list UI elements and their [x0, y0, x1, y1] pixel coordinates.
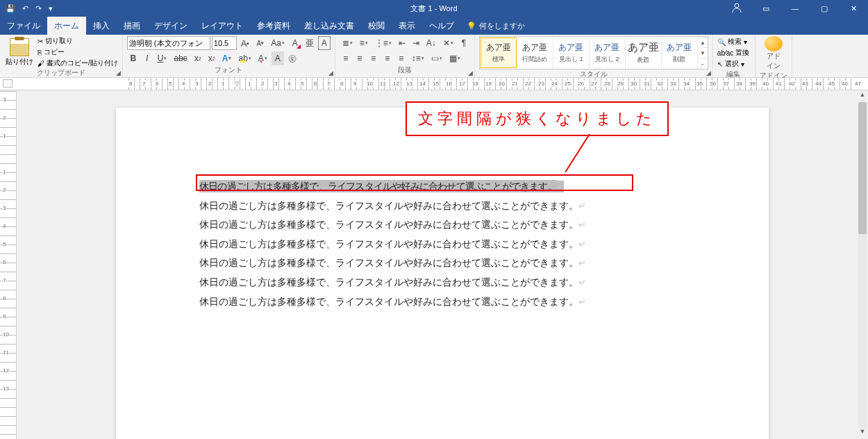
bullets-button[interactable]: ≣▾ [340, 36, 356, 50]
group-font-label: フォント [127, 65, 331, 76]
line-spacing-button[interactable]: ↕≡▾ [409, 51, 427, 65]
scroll-down-icon[interactable]: ▼ [857, 428, 868, 439]
group-clipboard-label: クリップボード [4, 68, 118, 78]
ruler-tick: 5 [300, 81, 304, 87]
ruler-tick: ▽ [234, 81, 240, 87]
change-case-button[interactable]: Aa▾ [268, 36, 287, 50]
format-painter-button[interactable]: 🖌書式のコピー/貼り付け [37, 58, 118, 68]
text-effects-button[interactable]: A▾ [219, 51, 235, 65]
scroll-up-icon[interactable]: ▲ [857, 91, 868, 102]
addin-button[interactable]: アド イン [765, 36, 783, 71]
select-button[interactable]: ↖選択▾ [717, 58, 749, 69]
tab-design[interactable]: デザイン [147, 17, 194, 35]
vertical-ruler[interactable]: 32112345678910111213 [0, 91, 17, 439]
paragraph-6[interactable]: 休日の過ごし方は多種多様で、ライフスタイルや好みに合わせて選ぶことができます。↵ [199, 292, 685, 312]
borders-button[interactable]: ▦▾ [446, 51, 463, 65]
tab-mailings[interactable]: 差し込み文書 [297, 17, 361, 35]
minimize-icon[interactable]: — [781, 1, 810, 15]
page[interactable]: 休日の過ごし方は多種多様で、ライフスタイルや好みに合わせて選ぶことができます。↵… [116, 108, 769, 439]
align-center-button[interactable]: ≡ [353, 51, 366, 65]
tab-home[interactable]: ホーム [47, 17, 86, 35]
tab-draw[interactable]: 描画 [117, 17, 147, 35]
paragraph-text: 休日の過ごし方は多種多様で、ライフスタイルや好みに合わせて選ぶことができます。 [199, 276, 578, 288]
paragraph-1[interactable]: 休日の過ごし方は多種多様で、ライフスタイルや好みに合わせて選ぶことができます。↵ [199, 197, 685, 216]
font-color-button[interactable]: A▾ [256, 51, 270, 65]
numbering-button[interactable]: ≡▾ [357, 36, 371, 50]
superscript-button[interactable]: x2 [206, 51, 218, 65]
font-size-select[interactable] [212, 36, 237, 50]
ribbon-display-icon[interactable]: ▭ [751, 1, 781, 16]
undo-icon[interactable]: ↶ [22, 4, 28, 13]
vertical-scrollbar[interactable]: ▲ ▼ [857, 91, 868, 439]
qat-dropdown-icon[interactable]: ▾ [49, 4, 53, 13]
tab-review[interactable]: 校閲 [361, 17, 392, 35]
close-icon[interactable]: ✕ [839, 1, 868, 16]
style-item-1[interactable]: あア亜行間詰め [517, 37, 553, 69]
shrink-font-button[interactable]: A▾ [253, 36, 267, 50]
gallery-down-icon[interactable]: ▼ [698, 47, 708, 58]
ruler-tick: 9 [353, 81, 357, 87]
scissors-icon: ✂ [37, 38, 43, 45]
cut-button[interactable]: ✂切り取り [37, 36, 118, 46]
scrollbar-thumb[interactable] [858, 102, 867, 234]
style-item-5[interactable]: あア亜副題 [662, 37, 698, 69]
italic-button[interactable]: I [141, 51, 153, 65]
shading-button[interactable]: ▭▾ [428, 51, 445, 65]
strikethrough-button[interactable]: abc [171, 51, 190, 65]
phonetic-guide-button[interactable]: 亜 [303, 36, 317, 50]
paragraph-4[interactable]: 休日の過ごし方は多種多様で、ライフスタイルや好みに合わせて選ぶことができます。↵ [199, 254, 685, 273]
paragraph-dialog-launcher[interactable]: ◢ [468, 69, 473, 76]
distributed-button[interactable]: ≡ [395, 51, 408, 65]
sort-button[interactable]: A↓ [424, 36, 439, 50]
paragraph-3[interactable]: 休日の過ごし方は多種多様で、ライフスタイルや好みに合わせて選ぶことができます。↵ [199, 235, 685, 254]
horizontal-ruler[interactable]: 87654321▽1234567891011121314151617181920… [0, 78, 868, 90]
gallery-up-icon[interactable]: ▲ [698, 37, 708, 47]
maximize-icon[interactable]: ▢ [810, 1, 839, 16]
bold-button[interactable]: B [127, 51, 140, 65]
find-button[interactable]: 🔍検索▾ [717, 36, 749, 47]
asian-layout-button[interactable]: ✕▾ [440, 36, 456, 50]
paragraph-2[interactable]: 休日の過ごし方は多種多様で、ライフスタイルや好みに合わせて選ぶことができます。↵ [199, 215, 685, 235]
clear-formatting-button[interactable]: A◢ [289, 36, 301, 50]
gallery-more-icon[interactable]: ⌄ [698, 58, 708, 69]
show-hide-button[interactable]: ¶ [458, 36, 470, 50]
style-item-4[interactable]: あア亜表題 [626, 37, 662, 69]
tab-references[interactable]: 参考資料 [250, 17, 297, 35]
redo-icon[interactable]: ↷ [35, 4, 42, 13]
multilevel-list-button[interactable]: ⋮≡▾ [372, 36, 394, 50]
decrease-indent-button[interactable]: ⇤ [396, 36, 408, 50]
tell-me-search[interactable]: 💡 何をしますか [467, 17, 525, 35]
align-left-button[interactable]: ≡ [340, 51, 352, 65]
highlight-button[interactable]: ab▾ [235, 51, 253, 65]
save-icon[interactable]: 💾 [6, 4, 15, 13]
tab-layout[interactable]: レイアウト [194, 17, 250, 35]
ruler-tick: 1 [3, 133, 6, 139]
underline-button[interactable]: U▾ [155, 51, 170, 65]
paragraph-5[interactable]: 休日の過ごし方は多種多様で、ライフスタイルや好みに合わせて選ぶことができます。↵ [199, 273, 685, 292]
tab-file[interactable]: ファイル [0, 17, 47, 35]
style-item-2[interactable]: あア亜見出し 1 [553, 37, 590, 69]
tab-help[interactable]: ヘルプ [422, 17, 461, 35]
justify-button[interactable]: ≡ [381, 51, 394, 65]
subscript-button[interactable]: x2 [192, 51, 204, 65]
replace-button[interactable]: ab⁄ac置換 [717, 47, 749, 58]
enclose-char-button[interactable]: ㊛ [285, 51, 299, 65]
paste-button[interactable]: 貼り付け [4, 38, 35, 67]
copy-button[interactable]: ⎘コピー [37, 47, 118, 57]
document-canvas[interactable]: 休日の過ごし方は多種多様で、ライフスタイルや好みに合わせて選ぶことができます。↵… [17, 91, 868, 439]
clipboard-dialog-launcher[interactable]: ◢ [116, 69, 121, 76]
ruler-tick: 12 [3, 367, 9, 374]
styles-dialog-launcher[interactable]: ◢ [706, 69, 711, 76]
font-name-select[interactable] [127, 36, 210, 50]
grow-font-button[interactable]: A▴ [238, 36, 253, 50]
tab-view[interactable]: 表示 [392, 17, 422, 35]
increase-indent-button[interactable]: ⇥ [410, 36, 422, 50]
character-border-button[interactable]: A [318, 36, 331, 50]
tab-insert[interactable]: 挿入 [86, 17, 117, 35]
account-icon[interactable] [722, 0, 751, 17]
style-item-3[interactable]: あア亜見出し 2 [590, 37, 626, 69]
char-shading-button[interactable]: A [272, 51, 284, 65]
font-dialog-launcher[interactable]: ◢ [328, 69, 333, 76]
style-item-0[interactable]: あア亜標準 [481, 38, 517, 68]
align-right-button[interactable]: ≡ [367, 51, 380, 65]
